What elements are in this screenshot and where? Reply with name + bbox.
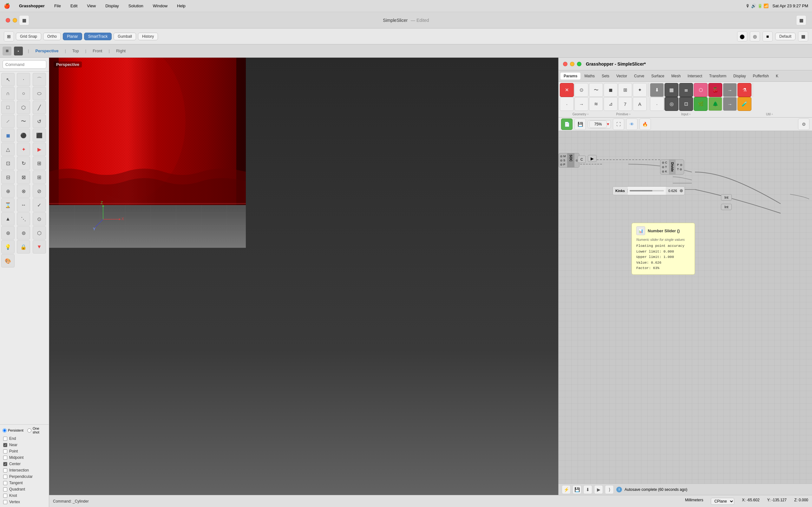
close-button[interactable]: [6, 18, 10, 22]
gh-comp-input4[interactable]: ⬡: [694, 83, 708, 97]
gh-menu-transform[interactable]: Transform: [706, 72, 729, 79]
gh-menu-display[interactable]: Display: [730, 72, 749, 79]
gh-menu-intersect[interactable]: Intersect: [684, 72, 705, 79]
gh-status-btn5[interactable]: ⟩: [605, 485, 614, 494]
toolbar-default[interactable]: Default: [775, 33, 796, 40]
gh-comp-field[interactable]: ≋: [589, 97, 603, 111]
gh-menu-params[interactable]: Params: [560, 72, 580, 79]
tool-fillet[interactable]: ⌛: [1, 199, 14, 212]
osnap-midpoint[interactable]: Midpoint: [3, 454, 46, 461]
gh-btn-new[interactable]: 📄: [561, 118, 572, 130]
gh-status-btn3[interactable]: ⬇: [583, 485, 592, 494]
tool-line[interactable]: ╱: [33, 101, 46, 114]
osnap-knot[interactable]: Knot: [3, 493, 46, 499]
gh-int-node-2[interactable]: Int: [721, 204, 732, 210]
osnap-center[interactable]: ✓ Center: [3, 461, 46, 467]
gh-comp-circle-param[interactable]: ⊙: [574, 83, 589, 97]
gh-btn-preview[interactable]: 👁: [626, 118, 638, 130]
gh-comp-util3[interactable]: ⊡: [679, 97, 693, 111]
gh-menu-mesh[interactable]: Mesh: [668, 72, 683, 79]
vp-tab-grid-icon[interactable]: ⊞: [3, 47, 11, 55]
toolbar-ortho[interactable]: Ortho: [43, 33, 61, 40]
apple-menu[interactable]: 🍎: [4, 3, 10, 9]
vp-tab-right[interactable]: Right: [112, 47, 130, 55]
tool-cylinder[interactable]: ⬛: [33, 129, 46, 142]
gh-status-btn4[interactable]: ▶: [594, 485, 603, 494]
tool-polyline[interactable]: ⟋: [1, 115, 14, 128]
tool-sweep[interactable]: ▶: [33, 143, 46, 156]
tool-light[interactable]: 💡: [1, 240, 14, 253]
tool-offset[interactable]: ⊘: [33, 184, 46, 198]
tool-boolean[interactable]: ⊗: [17, 184, 30, 198]
gh-comp-cherry[interactable]: 🍒: [708, 83, 722, 97]
tool-subdiv[interactable]: ⊠: [17, 170, 30, 184]
gh-comp-input3[interactable]: ≣: [679, 83, 693, 97]
gh-comp-util1[interactable]: ·: [650, 97, 664, 111]
tool-layer[interactable]: ▼: [33, 240, 46, 253]
gh-comp-flask[interactable]: ⚗: [738, 83, 751, 97]
gh-comp-input2[interactable]: ▦: [664, 83, 678, 97]
command-input[interactable]: [3, 60, 46, 69]
gh-menu-vector[interactable]: Vector: [613, 72, 630, 79]
toolbar-smarttrack[interactable]: SmartTrack: [84, 33, 112, 40]
tool-render[interactable]: ⬡: [33, 226, 46, 239]
menubar-solution[interactable]: Solution: [126, 3, 145, 9]
toolbar-square-icon[interactable]: ■: [763, 32, 773, 42]
tool-snap[interactable]: ⊙: [33, 212, 46, 226]
tool-freeform[interactable]: 〜: [17, 115, 30, 128]
gh-comp-tree[interactable]: 🌲: [708, 97, 722, 111]
osnap-vertex[interactable]: Vertex: [3, 499, 46, 505]
gh-menu-curve[interactable]: Curve: [631, 72, 647, 79]
gh-comp-pt[interactable]: ·: [560, 97, 574, 111]
vp-tab-top[interactable]: Top: [68, 47, 83, 55]
tool-dimension[interactable]: ↔: [17, 199, 30, 212]
toolbar-gridsnap[interactable]: Grid Snap: [16, 33, 41, 40]
menubar-help[interactable]: Help: [175, 3, 188, 9]
vp-tab-perspective[interactable]: Perspective: [32, 47, 62, 55]
minimize-button[interactable]: [13, 18, 17, 22]
osnap-tangent[interactable]: Tangent: [3, 480, 46, 486]
cplane-select[interactable]: CPlane: [711, 498, 734, 505]
osnap-intersection[interactable]: Intersection: [3, 467, 46, 473]
toolbar-expand-icon[interactable]: ▦: [798, 32, 808, 42]
tool-view[interactable]: ⊚: [17, 226, 30, 239]
tool-box[interactable]: ◼: [1, 129, 14, 142]
gh-menu-pufferfish[interactable]: Pufferfish: [750, 72, 772, 79]
gh-btn-fullscreen[interactable]: ⛶: [613, 118, 624, 130]
gh-comp-green[interactable]: 🌿: [694, 97, 708, 111]
gh-minimize-button[interactable]: [570, 62, 574, 66]
tool-section[interactable]: ⋱: [17, 212, 30, 226]
gh-menu-sets[interactable]: Sets: [599, 72, 612, 79]
toolbar-history[interactable]: History: [138, 33, 158, 40]
osnap-persistent-radio[interactable]: [3, 429, 7, 433]
tool-color[interactable]: 🎨: [1, 254, 14, 268]
menubar-view[interactable]: View: [85, 3, 98, 9]
gh-btn-bake[interactable]: 🔥: [640, 118, 651, 130]
toolbar-planar[interactable]: Planar: [63, 33, 82, 40]
tool-rect[interactable]: □: [1, 101, 14, 114]
osnap-near[interactable]: ✓ Near: [3, 442, 46, 448]
gh-comp-plane[interactable]: ✦: [633, 83, 647, 97]
tool-cone[interactable]: △: [1, 143, 14, 156]
gh-node-c[interactable]: C: [577, 156, 586, 163]
gh-maximize-button[interactable]: [577, 62, 581, 66]
tool-annotation[interactable]: ✓: [33, 199, 46, 212]
menubar-display[interactable]: Display: [103, 3, 121, 9]
tool-curve[interactable]: ⌒: [33, 73, 46, 86]
tool-lock[interactable]: 🔒: [17, 240, 30, 253]
gh-comp-vec[interactable]: →: [574, 97, 589, 111]
gh-btn-save[interactable]: 💾: [574, 118, 586, 130]
menubar-grasshopper[interactable]: Grasshopper: [17, 3, 47, 9]
tool-sphere[interactable]: ⚫: [17, 129, 30, 142]
toolbar-grid-icon[interactable]: ⊞: [4, 32, 14, 42]
gh-comp-brep[interactable]: ◼: [604, 83, 618, 97]
gh-comp-util2[interactable]: ◎: [664, 97, 678, 111]
osnap-perpendicular[interactable]: Perpendicular: [3, 473, 46, 480]
gh-status-btn2[interactable]: 💾: [572, 485, 581, 494]
gh-status-btn1[interactable]: ⚡: [562, 485, 571, 494]
toolbar-gumball[interactable]: Gumball: [113, 33, 136, 40]
tool-polygon[interactable]: ⬡: [17, 101, 30, 114]
osnap-quadrant[interactable]: Quadrant: [3, 486, 46, 493]
gh-comp-text[interactable]: A: [633, 97, 647, 111]
tool-loft[interactable]: ⊡: [1, 157, 14, 170]
